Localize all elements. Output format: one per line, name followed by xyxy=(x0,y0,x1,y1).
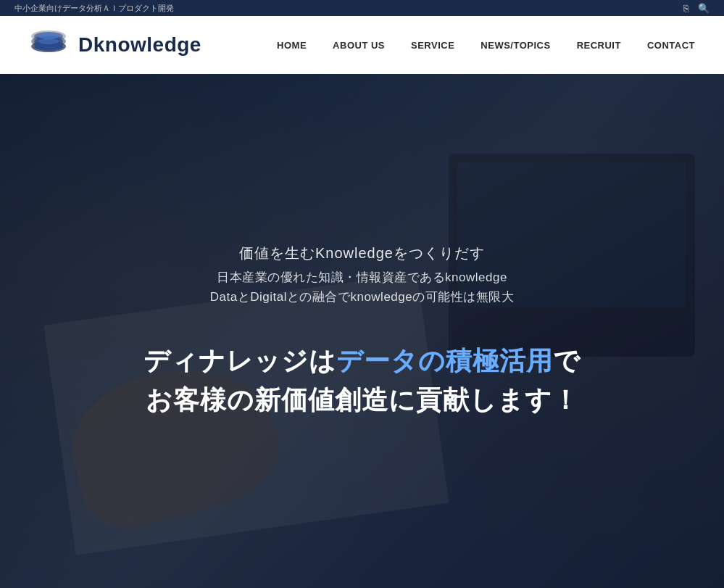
top-bar-right: ⎘ 🔍 xyxy=(683,3,710,14)
hero-main-text: ディナレッジはデータの積極活用で お客様の新価値創造に貢献します！ xyxy=(109,341,616,419)
hero-tagline-2: 日本産業の優れた知識・情報資産であるknowledge xyxy=(109,268,616,285)
hero-tagline-3: DataとDigitalとの融合でknowledgeの可能性は無限大 xyxy=(109,288,616,305)
hero-line1-part1: ディナレッジは xyxy=(143,345,336,375)
navigation: HOME ABOUT US SERVICE NEWS/TOPICS RECRUI… xyxy=(277,40,695,51)
nav-news[interactable]: NEWS/TOPICS xyxy=(480,40,550,51)
top-bar: 中小企業向けデータ分析ＡＩプロダクト開発 ⎘ 🔍 xyxy=(0,0,724,16)
search-icon[interactable]: 🔍 xyxy=(698,3,710,14)
hero-line1-highlight: データの積極活用 xyxy=(336,345,553,375)
header: Dknowledge HOME ABOUT US SERVICE NEWS/TO… xyxy=(0,16,724,74)
hero-content: 価値を生むKnowledgeをつくりだす 日本産業の優れた知識・情報資産であるk… xyxy=(109,243,616,419)
hero-tagline-1: 価値を生むKnowledgeをつくりだす xyxy=(109,243,616,262)
hero-section: 価値を生むKnowledgeをつくりだす 日本産業の優れた知識・情報資産であるk… xyxy=(0,74,724,588)
nav-home[interactable]: HOME xyxy=(277,40,307,51)
logo-area[interactable]: Dknowledge xyxy=(29,29,201,61)
nav-contact[interactable]: CONTACT xyxy=(647,40,695,51)
svg-point-6 xyxy=(38,33,59,39)
hero-line1-part2: で xyxy=(553,345,581,375)
nav-recruit[interactable]: RECRUIT xyxy=(577,40,621,51)
top-bar-text: 中小企業向けデータ分析ＡＩプロダクト開発 xyxy=(14,3,174,14)
logo-icon xyxy=(29,29,68,61)
hero-main-line1: ディナレッジはデータの積極活用で xyxy=(109,341,616,380)
svg-point-7 xyxy=(38,38,59,44)
nav-service[interactable]: SERVICE xyxy=(411,40,454,51)
nav-about[interactable]: ABOUT US xyxy=(333,40,385,51)
hero-main-line2: お客様の新価値創造に貢献します！ xyxy=(109,380,616,419)
logo-text: Dknowledge xyxy=(78,33,201,57)
rss-icon[interactable]: ⎘ xyxy=(683,3,689,14)
